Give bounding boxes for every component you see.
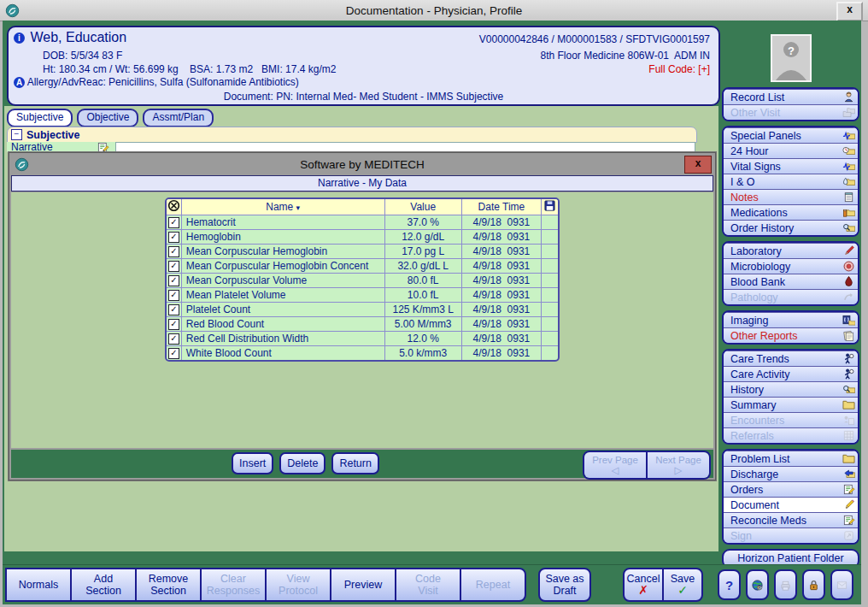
sidebar-group-imaging: Imaging Other Reports [722,310,859,345]
row-checkbox-cell[interactable]: ✓ [167,331,181,345]
sidebar-item[interactable]: Orders [724,481,858,497]
report-pages-icon [842,329,855,342]
checkbox-checked[interactable]: ✓ [168,246,179,257]
row-checkbox-cell[interactable]: ✓ [167,215,181,229]
sidebar-item[interactable]: Reconcile Meds [724,512,858,527]
toolbar-button[interactable]: Clear Responses [200,568,267,602]
checkbox-checked[interactable]: ✓ [168,348,179,359]
sidebar-item[interactable]: Notes [724,189,858,204]
next-page-button[interactable]: Next Page▷ [646,452,709,478]
sidebar-item[interactable]: Record List [724,89,858,104]
cancel-button[interactable]: Cancel✗ [623,568,664,602]
sidebar-item[interactable]: History [724,381,858,397]
table-row[interactable]: ✓ Mean Corpuscular Hemoglobin Concent 32… [167,258,558,273]
row-checkbox-cell[interactable]: ✓ [167,273,181,287]
sidebar-item[interactable]: Blood Bank [724,274,858,289]
reference-button[interactable]: R [746,569,769,600]
collapse-icon[interactable]: − [11,129,22,140]
narrative-input[interactable] [115,142,695,152]
checkbox-checked[interactable]: ✓ [168,275,179,286]
table-row[interactable]: ✓ Mean Platelet Volume 10.0 fL 4/9/18 09… [167,287,558,302]
row-end-cell [541,302,558,316]
pulse-folder-icon [842,129,855,142]
insert-button[interactable]: Insert [232,452,273,474]
sidebar-item[interactable]: I & O [724,174,858,189]
toolbar-button[interactable]: Remove Section [135,568,202,602]
allergy-icon[interactable]: A [14,77,25,88]
table-row[interactable]: ✓ Platelet Count 125 K/mm3 L 4/9/18 0931 [167,302,558,316]
table-row[interactable]: ✓ Hematocrit 37.0 % 4/9/18 0931 [167,215,558,229]
sidebar-item[interactable]: Document [724,497,858,512]
table-row[interactable]: ✓ Mean Corpuscular Volume 80.0 fL 4/9/18… [167,273,558,287]
table-row[interactable]: ✓ Red Cell Distribution Width 12.0 % 4/9… [167,331,558,345]
sidebar-item[interactable]: Discharge [724,466,858,481]
toolbar-button[interactable]: Code Visit [395,568,461,602]
row-end-cell [541,331,558,345]
sidebar-item[interactable]: Referrals [724,427,858,443]
sidebar-item[interactable]: Vital Signs [724,158,858,174]
sidebar-item[interactable]: Laboratory [724,243,858,258]
window-close-button[interactable]: x [836,2,863,21]
sidebar-item[interactable]: Encounters [724,412,858,427]
checkbox-checked[interactable]: ✓ [168,261,179,272]
info-icon[interactable]: i [14,32,25,44]
sidebar-item[interactable]: Medications [724,204,858,220]
toolbar-button[interactable]: Normals [5,568,72,602]
toolbar-button[interactable]: Add Section [70,568,137,602]
row-checkbox-cell[interactable]: ✓ [167,287,181,302]
row-checkbox-cell[interactable]: ✓ [167,302,181,316]
sidebar-item[interactable]: Care Activity [724,366,858,381]
prev-page-button[interactable]: Prev Page◁ [584,452,646,478]
code-status[interactable]: Full Code: [+] [648,63,710,75]
row-checkbox-cell[interactable]: ✓ [167,229,181,244]
save-column-header[interactable] [541,199,558,215]
help-button[interactable]: ? [718,569,741,600]
toolbar-button[interactable]: Repeat [460,568,526,602]
checkbox-checked[interactable]: ✓ [168,319,179,330]
checkbox-checked[interactable]: ✓ [168,217,179,228]
toolbar-button[interactable]: Preview [330,568,396,602]
return-button[interactable]: Return [331,452,379,474]
checkbox-checked[interactable]: ✓ [168,290,179,301]
edit-note-icon[interactable] [97,142,109,152]
section-header[interactable]: − Subjective [7,127,697,143]
table-row[interactable]: ✓ Mean Corpuscular Hemoglobin 17.0 pg L … [167,244,558,258]
sidebar-item[interactable]: Special Panels [724,127,858,143]
sidebar-item[interactable]: Care Trends [724,351,858,366]
table-row[interactable]: ✓ Hemoglobin 12.0 g/dL 4/9/18 0931 [167,229,558,244]
toolbar-button[interactable]: View Protocol [265,568,331,602]
row-checkbox-cell[interactable]: ✓ [167,345,181,360]
sidebar-item[interactable]: Sign [724,527,858,543]
sidebar-item[interactable]: Imaging [724,312,858,327]
save-button[interactable]: Save✓ [662,568,703,602]
sidebar-item[interactable]: Pathology [724,289,858,304]
save-as-draft-button[interactable]: Save as Draft [538,568,591,602]
sidebar-item[interactable]: Summary [724,397,858,412]
table-row[interactable]: ✓ White Blood Count 5.0 k/mm3 4/9/18 093… [167,345,558,360]
sidebar-item[interactable]: Microbiology [724,258,858,274]
sidebar-item[interactable]: Order History [724,220,858,235]
tab[interactable]: Assmt/Plan [143,109,214,127]
row-checkbox-cell[interactable]: ✓ [167,316,181,331]
lock-button[interactable] [802,569,825,600]
row-checkbox-cell[interactable]: ✓ [167,258,181,273]
sidebar-item[interactable]: Other Visit [724,104,858,120]
sidebar-item[interactable]: Problem List [724,451,858,466]
tab[interactable]: Subjective [7,109,73,127]
select-all-header[interactable] [167,199,181,215]
datetime-column-header[interactable]: Date Time [461,199,541,215]
checkbox-checked[interactable]: ✓ [168,304,179,315]
row-checkbox-cell[interactable]: ✓ [167,244,181,258]
table-row[interactable]: ✓ Red Blood Count 5.00 M/mm3 4/9/18 0931 [167,316,558,331]
sidebar-item[interactable]: Other Reports [724,327,858,343]
message-button[interactable] [830,569,853,600]
checkbox-checked[interactable]: ✓ [168,333,179,345]
print-button[interactable] [774,569,797,600]
checkbox-checked[interactable]: ✓ [168,232,179,243]
name-column-header[interactable]: Name ▾ [181,199,384,215]
sidebar-item[interactable]: 24 Hour [724,143,858,158]
delete-button[interactable]: Delete [279,452,326,474]
tab[interactable]: Objective [77,109,138,127]
value-column-header[interactable]: Value [384,199,461,215]
dialog-close-button[interactable]: x [684,156,712,174]
